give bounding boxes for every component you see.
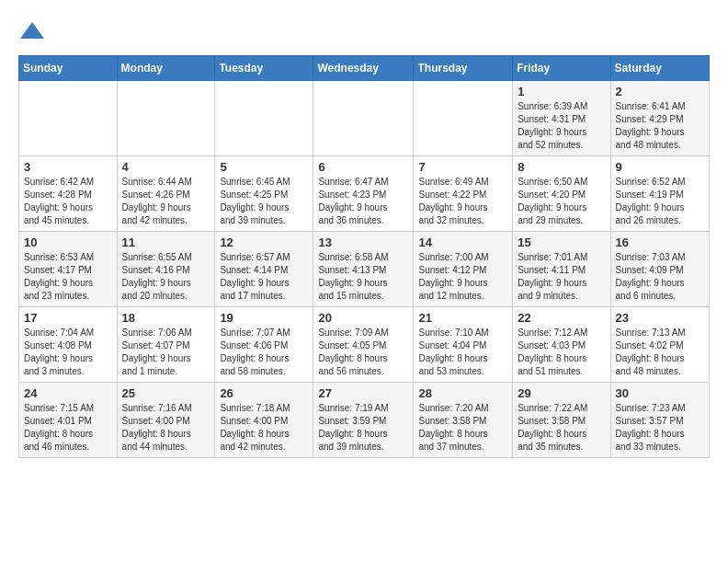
day-info: Sunrise: 6:58 AM Sunset: 4:13 PM Dayligh… bbox=[318, 251, 408, 303]
day-info: Sunrise: 6:55 AM Sunset: 4:16 PM Dayligh… bbox=[122, 251, 210, 303]
day-info: Sunrise: 6:53 AM Sunset: 4:17 PM Dayligh… bbox=[24, 251, 112, 303]
day-info: Sunrise: 7:09 AM Sunset: 4:05 PM Dayligh… bbox=[318, 327, 408, 378]
calendar-cell: 5Sunrise: 6:45 AM Sunset: 4:25 PM Daylig… bbox=[215, 156, 313, 232]
day-number: 2 bbox=[616, 85, 704, 98]
day-info: Sunrise: 7:18 AM Sunset: 4:00 PM Dayligh… bbox=[220, 402, 308, 454]
day-number: 11 bbox=[122, 236, 210, 249]
calendar-cell: 18Sunrise: 7:06 AM Sunset: 4:07 PM Dayli… bbox=[117, 307, 215, 383]
calendar-cell: 23Sunrise: 7:13 AM Sunset: 4:02 PM Dayli… bbox=[610, 307, 709, 383]
day-info: Sunrise: 7:15 AM Sunset: 4:01 PM Dayligh… bbox=[24, 402, 112, 454]
calendar-cell: 11Sunrise: 6:55 AM Sunset: 4:16 PM Dayli… bbox=[117, 232, 215, 307]
weekday-header-sunday: Sunday bbox=[19, 56, 118, 81]
weekday-header-wednesday: Wednesday bbox=[313, 56, 414, 81]
day-number: 19 bbox=[220, 311, 308, 325]
calendar-cell: 16Sunrise: 7:03 AM Sunset: 4:09 PM Dayli… bbox=[610, 232, 709, 307]
calendar-cell: 1Sunrise: 6:39 AM Sunset: 4:31 PM Daylig… bbox=[513, 81, 610, 156]
day-number: 10 bbox=[24, 236, 112, 249]
day-number: 28 bbox=[418, 386, 507, 400]
calendar-cell: 30Sunrise: 7:23 AM Sunset: 3:57 PM Dayli… bbox=[610, 383, 709, 458]
weekday-header-monday: Monday bbox=[117, 56, 215, 81]
day-number: 17 bbox=[24, 311, 112, 325]
weekday-header-saturday: Saturday bbox=[610, 56, 709, 81]
day-info: Sunrise: 6:45 AM Sunset: 4:25 PM Dayligh… bbox=[220, 176, 308, 227]
calendar-cell: 6Sunrise: 6:47 AM Sunset: 4:23 PM Daylig… bbox=[313, 156, 414, 232]
weekday-header-tuesday: Tuesday bbox=[215, 56, 313, 81]
day-number: 30 bbox=[616, 386, 704, 400]
day-info: Sunrise: 6:47 AM Sunset: 4:23 PM Dayligh… bbox=[318, 176, 408, 227]
day-number: 18 bbox=[122, 311, 210, 325]
day-number: 8 bbox=[518, 160, 605, 174]
day-info: Sunrise: 7:16 AM Sunset: 4:00 PM Dayligh… bbox=[122, 402, 210, 454]
calendar-cell: 26Sunrise: 7:18 AM Sunset: 4:00 PM Dayli… bbox=[215, 383, 313, 458]
calendar-cell: 13Sunrise: 6:58 AM Sunset: 4:13 PM Dayli… bbox=[313, 232, 414, 307]
day-info: Sunrise: 6:44 AM Sunset: 4:26 PM Dayligh… bbox=[122, 176, 210, 227]
calendar-cell: 7Sunrise: 6:49 AM Sunset: 4:22 PM Daylig… bbox=[414, 156, 513, 232]
weekday-header-friday: Friday bbox=[513, 56, 610, 81]
calendar-week-row: 3Sunrise: 6:42 AM Sunset: 4:28 PM Daylig… bbox=[19, 156, 710, 232]
svg-marker-0 bbox=[20, 22, 44, 39]
day-info: Sunrise: 7:07 AM Sunset: 4:06 PM Dayligh… bbox=[220, 327, 308, 378]
day-info: Sunrise: 7:01 AM Sunset: 4:11 PM Dayligh… bbox=[518, 251, 605, 303]
day-info: Sunrise: 6:57 AM Sunset: 4:14 PM Dayligh… bbox=[220, 251, 308, 303]
calendar-cell bbox=[313, 81, 414, 156]
calendar-cell: 28Sunrise: 7:20 AM Sunset: 3:58 PM Dayli… bbox=[414, 383, 513, 458]
day-number: 12 bbox=[220, 236, 308, 249]
day-info: Sunrise: 7:13 AM Sunset: 4:02 PM Dayligh… bbox=[616, 327, 704, 378]
weekday-header-row: SundayMondayTuesdayWednesdayThursdayFrid… bbox=[19, 56, 710, 81]
day-number: 16 bbox=[616, 236, 704, 249]
day-info: Sunrise: 6:50 AM Sunset: 4:20 PM Dayligh… bbox=[518, 176, 605, 227]
day-info: Sunrise: 7:12 AM Sunset: 4:03 PM Dayligh… bbox=[518, 327, 605, 378]
calendar-cell: 8Sunrise: 6:50 AM Sunset: 4:20 PM Daylig… bbox=[513, 156, 610, 232]
calendar-cell: 24Sunrise: 7:15 AM Sunset: 4:01 PM Dayli… bbox=[19, 383, 118, 458]
calendar-week-row: 1Sunrise: 6:39 AM Sunset: 4:31 PM Daylig… bbox=[19, 81, 710, 156]
day-info: Sunrise: 7:10 AM Sunset: 4:04 PM Dayligh… bbox=[418, 327, 507, 378]
calendar-cell bbox=[215, 81, 313, 156]
day-number: 23 bbox=[616, 311, 704, 325]
calendar-cell: 9Sunrise: 6:52 AM Sunset: 4:19 PM Daylig… bbox=[610, 156, 709, 232]
day-number: 21 bbox=[418, 311, 507, 325]
calendar-cell: 3Sunrise: 6:42 AM Sunset: 4:28 PM Daylig… bbox=[19, 156, 118, 232]
day-number: 4 bbox=[122, 160, 210, 174]
day-number: 5 bbox=[220, 160, 308, 174]
day-number: 25 bbox=[122, 386, 210, 400]
calendar-cell: 17Sunrise: 7:04 AM Sunset: 4:08 PM Dayli… bbox=[19, 307, 118, 383]
day-number: 13 bbox=[318, 236, 408, 249]
day-number: 3 bbox=[24, 160, 112, 174]
calendar-cell bbox=[117, 81, 215, 156]
calendar-cell: 19Sunrise: 7:07 AM Sunset: 4:06 PM Dayli… bbox=[215, 307, 313, 383]
day-number: 26 bbox=[220, 386, 308, 400]
calendar-cell: 25Sunrise: 7:16 AM Sunset: 4:00 PM Dayli… bbox=[117, 383, 215, 458]
day-info: Sunrise: 7:04 AM Sunset: 4:08 PM Dayligh… bbox=[24, 327, 112, 378]
day-number: 24 bbox=[24, 386, 112, 400]
day-info: Sunrise: 6:49 AM Sunset: 4:22 PM Dayligh… bbox=[418, 176, 507, 227]
calendar-cell: 12Sunrise: 6:57 AM Sunset: 4:14 PM Dayli… bbox=[215, 232, 313, 307]
day-info: Sunrise: 7:06 AM Sunset: 4:07 PM Dayligh… bbox=[122, 327, 210, 378]
calendar-cell: 4Sunrise: 6:44 AM Sunset: 4:26 PM Daylig… bbox=[117, 156, 215, 232]
day-number: 14 bbox=[418, 236, 507, 249]
day-number: 20 bbox=[318, 311, 408, 325]
day-info: Sunrise: 7:20 AM Sunset: 3:58 PM Dayligh… bbox=[418, 402, 507, 454]
day-number: 9 bbox=[616, 160, 704, 174]
calendar-cell: 29Sunrise: 7:22 AM Sunset: 3:58 PM Dayli… bbox=[513, 383, 610, 458]
calendar-cell: 27Sunrise: 7:19 AM Sunset: 3:59 PM Dayli… bbox=[313, 383, 414, 458]
day-info: Sunrise: 7:22 AM Sunset: 3:58 PM Dayligh… bbox=[518, 402, 605, 454]
day-info: Sunrise: 7:19 AM Sunset: 3:59 PM Dayligh… bbox=[318, 402, 408, 454]
day-number: 29 bbox=[518, 386, 605, 400]
calendar-cell: 21Sunrise: 7:10 AM Sunset: 4:04 PM Dayli… bbox=[414, 307, 513, 383]
day-info: Sunrise: 6:39 AM Sunset: 4:31 PM Dayligh… bbox=[518, 100, 605, 152]
calendar-cell: 14Sunrise: 7:00 AM Sunset: 4:12 PM Dayli… bbox=[414, 232, 513, 307]
weekday-header-thursday: Thursday bbox=[414, 56, 513, 81]
day-info: Sunrise: 7:00 AM Sunset: 4:12 PM Dayligh… bbox=[418, 251, 507, 303]
day-number: 27 bbox=[318, 386, 408, 400]
day-info: Sunrise: 6:42 AM Sunset: 4:28 PM Dayligh… bbox=[24, 176, 112, 227]
calendar-cell: 2Sunrise: 6:41 AM Sunset: 4:29 PM Daylig… bbox=[610, 81, 709, 156]
day-number: 6 bbox=[318, 160, 408, 174]
day-number: 22 bbox=[518, 311, 605, 325]
page-header bbox=[18, 18, 710, 46]
day-info: Sunrise: 7:03 AM Sunset: 4:09 PM Dayligh… bbox=[616, 251, 704, 303]
day-info: Sunrise: 6:52 AM Sunset: 4:19 PM Dayligh… bbox=[616, 176, 704, 227]
calendar-table: SundayMondayTuesdayWednesdayThursdayFrid… bbox=[18, 55, 710, 458]
calendar-cell: 15Sunrise: 7:01 AM Sunset: 4:11 PM Dayli… bbox=[513, 232, 610, 307]
calendar-week-row: 24Sunrise: 7:15 AM Sunset: 4:01 PM Dayli… bbox=[19, 383, 710, 458]
logo-icon bbox=[18, 18, 46, 46]
